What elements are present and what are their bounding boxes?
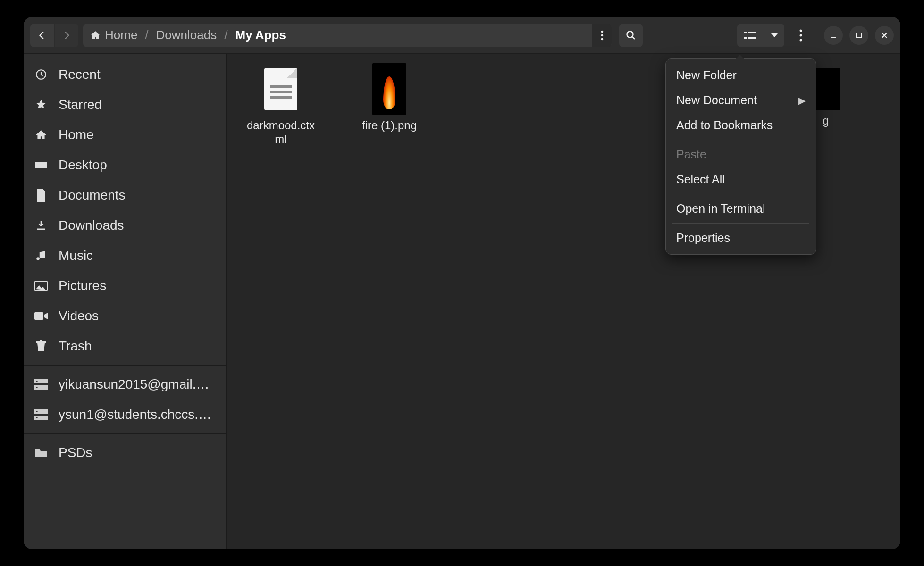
sidebar-item-label: Desktop	[59, 158, 107, 173]
minimize-button[interactable]	[824, 26, 843, 45]
svg-point-8	[800, 29, 802, 32]
svg-rect-4	[744, 32, 747, 33]
svg-point-0	[601, 30, 603, 33]
sidebar-item-label: Starred	[59, 97, 102, 112]
sidebar-item-home[interactable]: Home	[24, 120, 226, 150]
chevron-right-icon: ▶	[798, 95, 806, 106]
menu-item-label: Paste	[676, 148, 706, 161]
file-name: fire (1).png	[362, 119, 417, 133]
path-menu-button[interactable]	[592, 24, 612, 47]
forward-button[interactable]	[55, 24, 78, 47]
menu-item-label: New Folder	[676, 68, 737, 82]
sidebar: Recent Starred Home Desktop Documents Do…	[24, 54, 227, 549]
sidebar-account-label: yikuansun2015@gmail.…	[59, 377, 209, 392]
svg-point-20	[36, 381, 37, 382]
svg-rect-11	[831, 37, 836, 38]
search-button[interactable]	[619, 24, 643, 47]
breadcrumb-current-label: My Apps	[235, 28, 286, 42]
breadcrumb: Home / Downloads / My Apps	[83, 24, 612, 47]
download-icon	[34, 219, 48, 232]
sidebar-item-downloads[interactable]: Downloads	[24, 210, 226, 241]
file-item[interactable]: darkmood.ctxml	[241, 63, 321, 146]
svg-point-10	[800, 39, 802, 41]
clock-icon	[34, 68, 48, 81]
svg-rect-6	[744, 37, 747, 39]
document-icon	[34, 189, 48, 202]
breadcrumb-home-label: Home	[105, 28, 137, 42]
menu-item-add-bookmarks[interactable]: Add to Bookmarks	[666, 113, 816, 138]
breadcrumb-current[interactable]: My Apps	[235, 28, 286, 42]
menu-item-select-all[interactable]: Select All	[666, 167, 816, 192]
menu-item-properties[interactable]: Properties	[666, 225, 816, 250]
file-name: darkmood.ctxml	[243, 119, 319, 146]
sidebar-item-label: Downloads	[59, 218, 124, 233]
file-item[interactable]: fire (1).png	[349, 63, 429, 133]
sidebar-item-videos[interactable]: Videos	[24, 301, 226, 331]
menu-item-label: Open in Terminal	[676, 202, 765, 216]
sidebar-item-desktop[interactable]: Desktop	[24, 150, 226, 180]
svg-rect-14	[35, 162, 47, 168]
svg-point-9	[800, 34, 802, 36]
video-icon	[34, 311, 48, 321]
menu-item-new-folder[interactable]: New Folder	[666, 63, 816, 88]
file-manager-window: Home / Downloads / My Apps	[24, 17, 900, 549]
menu-item-label: New Document	[676, 93, 757, 107]
sidebar-separator	[24, 433, 226, 434]
sidebar-item-label: PSDs	[59, 445, 92, 460]
sidebar-item-starred[interactable]: Starred	[24, 90, 226, 120]
music-icon	[34, 250, 48, 262]
sidebar-item-psds[interactable]: PSDs	[24, 438, 226, 468]
svg-rect-15	[37, 229, 45, 230]
view-dropdown-button[interactable]	[764, 24, 784, 47]
folder-icon	[34, 448, 48, 458]
breadcrumb-downloads[interactable]: Downloads	[156, 28, 217, 42]
menu-separator	[672, 223, 809, 224]
window-body: Recent Starred Home Desktop Documents Do…	[24, 54, 900, 549]
menu-item-open-terminal[interactable]: Open in Terminal	[666, 196, 816, 221]
back-button[interactable]	[30, 24, 54, 47]
sidebar-item-trash[interactable]: Trash	[24, 331, 226, 361]
menu-item-label: Add to Bookmarks	[676, 118, 773, 132]
sidebar-account-2[interactable]: ysun1@students.chccs.…	[24, 400, 226, 430]
menu-item-new-document[interactable]: New Document ▶	[666, 88, 816, 113]
desktop-icon	[34, 160, 48, 170]
window-controls	[824, 26, 894, 45]
sidebar-item-label: Pictures	[59, 278, 106, 293]
svg-point-1	[601, 34, 603, 36]
svg-point-2	[601, 38, 603, 40]
sidebar-account-label: ysun1@students.chccs.…	[59, 407, 211, 422]
menu-item-label: Properties	[676, 231, 730, 245]
sidebar-separator	[24, 365, 226, 366]
svg-point-24	[36, 411, 37, 412]
menu-item-paste: Paste	[666, 142, 816, 167]
sidebar-account-1[interactable]: yikuansun2015@gmail.…	[24, 369, 226, 400]
sidebar-item-label: Home	[59, 127, 94, 142]
file-thumbnail	[368, 63, 411, 115]
svg-rect-12	[857, 33, 861, 38]
sidebar-item-recent[interactable]: Recent	[24, 59, 226, 90]
sidebar-item-documents[interactable]: Documents	[24, 180, 226, 210]
toolbar: Home / Downloads / My Apps	[24, 17, 900, 54]
sidebar-item-music[interactable]: Music	[24, 241, 226, 271]
maximize-button[interactable]	[849, 26, 868, 45]
picture-icon	[34, 281, 48, 291]
menu-item-label: Select All	[676, 173, 725, 186]
view-list-button[interactable]	[737, 24, 764, 47]
sidebar-item-label: Music	[59, 248, 93, 263]
file-view[interactable]: darkmood.ctxml fire (1).png g New Folder…	[227, 54, 900, 549]
home-icon	[90, 30, 101, 41]
server-icon	[34, 379, 48, 390]
breadcrumb-downloads-label: Downloads	[156, 28, 217, 42]
svg-rect-17	[34, 312, 43, 320]
svg-rect-7	[748, 37, 756, 39]
hamburger-menu-button[interactable]	[789, 24, 813, 47]
sidebar-item-pictures[interactable]: Pictures	[24, 271, 226, 301]
breadcrumb-home[interactable]: Home	[90, 28, 137, 42]
svg-rect-5	[748, 32, 756, 33]
svg-point-21	[36, 387, 37, 388]
sidebar-item-label: Documents	[59, 188, 126, 203]
svg-point-3	[627, 31, 633, 37]
home-icon	[34, 129, 48, 141]
close-button[interactable]	[875, 26, 894, 45]
sidebar-item-label: Videos	[59, 308, 99, 324]
